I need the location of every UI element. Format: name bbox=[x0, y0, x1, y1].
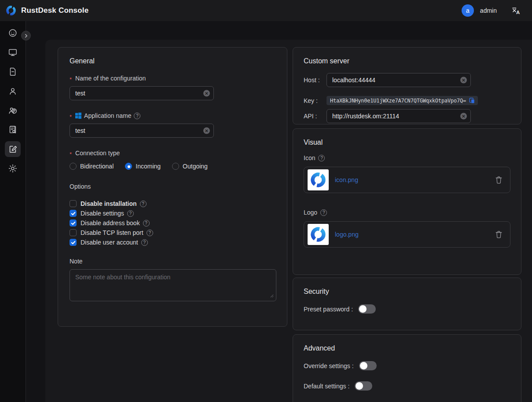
help-icon[interactable]: ? bbox=[134, 113, 140, 119]
translate-icon[interactable]: A bbox=[511, 5, 521, 16]
advanced-title: Advanced bbox=[304, 344, 510, 352]
chevron-right-icon bbox=[24, 33, 29, 38]
app-title: RustDesk Console bbox=[21, 6, 88, 15]
sidebar-expand-button[interactable] bbox=[21, 31, 31, 40]
api-field: ✕ bbox=[327, 109, 471, 123]
checkbox-disable-installation[interactable]: Disable installation ? bbox=[70, 199, 275, 208]
host-label: Host : bbox=[304, 77, 327, 84]
config-name-input[interactable] bbox=[70, 86, 214, 100]
radio-incoming[interactable]: Incoming bbox=[125, 163, 161, 170]
edit-icon bbox=[8, 144, 18, 154]
app-name-field: ✕ bbox=[70, 124, 214, 138]
content-panel: General * Name of the configuration ✕ * … bbox=[45, 40, 532, 402]
note-textarea[interactable] bbox=[70, 269, 276, 301]
logo-label: Logo ? bbox=[304, 209, 510, 216]
resize-handle-icon[interactable] bbox=[270, 292, 274, 300]
windows-icon bbox=[75, 113, 81, 119]
config-name-label: * Name of the configuration bbox=[70, 75, 275, 82]
security-card: Security Preset password : bbox=[293, 278, 521, 330]
rustdesk-logo-icon bbox=[5, 5, 17, 16]
user-avatar[interactable]: a bbox=[462, 4, 474, 17]
checkbox-box bbox=[70, 219, 77, 227]
delete-icon[interactable] bbox=[495, 176, 503, 184]
visual-card: Visual Icon ? icon.png Logo ? bbox=[293, 128, 521, 275]
override-settings-toggle[interactable] bbox=[359, 361, 377, 370]
logo-file-row: logo.png bbox=[304, 221, 510, 248]
host-field: ✕ bbox=[327, 73, 471, 87]
sidebar bbox=[0, 21, 26, 402]
options-label: Options bbox=[70, 183, 275, 190]
sidebar-item-settings[interactable] bbox=[5, 161, 21, 176]
advanced-card: Advanced Override settings : Default set… bbox=[293, 334, 521, 402]
required-asterisk: * bbox=[70, 151, 72, 157]
preset-password-label: Preset password : bbox=[304, 306, 353, 313]
checkbox-box bbox=[70, 229, 77, 236]
copy-icon[interactable] bbox=[469, 97, 475, 104]
required-asterisk: * bbox=[70, 113, 72, 120]
svg-text:A: A bbox=[516, 10, 520, 15]
icon-file-link[interactable]: icon.png bbox=[335, 176, 358, 183]
sidebar-item-devices[interactable] bbox=[5, 44, 21, 60]
general-card: General * Name of the configuration ✕ * … bbox=[58, 47, 287, 327]
security-title: Security bbox=[304, 288, 510, 296]
help-icon[interactable]: ? bbox=[143, 220, 150, 227]
sidebar-item-logs[interactable] bbox=[5, 64, 21, 80]
default-settings-toggle[interactable] bbox=[355, 381, 372, 391]
help-icon[interactable]: ? bbox=[147, 230, 153, 236]
sidebar-item-dashboard[interactable] bbox=[5, 25, 21, 41]
help-icon[interactable]: ? bbox=[127, 210, 134, 217]
clear-icon[interactable]: ✕ bbox=[203, 128, 210, 134]
clear-icon[interactable]: ✕ bbox=[203, 90, 210, 97]
username[interactable]: admin bbox=[480, 7, 497, 14]
checkbox-disable-user-account[interactable]: Disable user account ? bbox=[70, 238, 275, 247]
radio-bidirectional[interactable]: Bidirectional bbox=[70, 163, 114, 170]
api-input[interactable] bbox=[327, 109, 471, 123]
monitor-icon bbox=[8, 48, 18, 57]
radio-outgoing[interactable]: Outgoing bbox=[172, 163, 208, 170]
radio-dot bbox=[172, 163, 179, 170]
connection-type-group: Bidirectional Incoming Outgoing bbox=[70, 163, 275, 170]
host-input[interactable] bbox=[327, 73, 471, 87]
app-name-input[interactable] bbox=[70, 124, 214, 138]
note-field bbox=[70, 269, 275, 303]
top-bar: RustDesk Console a admin A bbox=[0, 0, 532, 21]
document-icon bbox=[8, 67, 18, 77]
custom-server-title: Custom server bbox=[304, 57, 510, 65]
override-settings-label: Override settings : bbox=[304, 362, 354, 369]
key-value-chip: HtaXBkJNHyn0e1U1jWXze7A7CN7QTGWqxkOtpaVp… bbox=[327, 96, 478, 105]
group-icon bbox=[8, 106, 18, 115]
sidebar-item-configurations[interactable] bbox=[5, 141, 21, 157]
checkbox-box bbox=[70, 200, 77, 207]
radio-dot bbox=[70, 163, 77, 170]
help-icon[interactable]: ? bbox=[140, 201, 147, 207]
clear-icon[interactable]: ✕ bbox=[460, 113, 467, 120]
help-icon[interactable]: ? bbox=[320, 209, 327, 216]
key-label: Key : bbox=[304, 91, 327, 104]
required-asterisk: * bbox=[70, 76, 72, 83]
preset-password-toggle[interactable] bbox=[358, 304, 376, 314]
help-icon[interactable]: ? bbox=[318, 155, 325, 161]
options-group: Disable installation ? Disable settings … bbox=[70, 199, 275, 247]
checkbox-box bbox=[70, 239, 77, 246]
icon-label: Icon ? bbox=[304, 154, 510, 161]
checkbox-disable-tcp-listen-port[interactable]: Disable TCP listen port ? bbox=[70, 228, 275, 238]
sidebar-item-users[interactable] bbox=[5, 83, 21, 99]
config-name-field: ✕ bbox=[70, 86, 214, 100]
user-icon bbox=[8, 86, 18, 96]
app-name-label: * Application name ? bbox=[70, 112, 275, 119]
general-title: General bbox=[70, 57, 275, 65]
help-icon[interactable]: ? bbox=[141, 239, 148, 246]
clear-icon[interactable]: ✕ bbox=[460, 77, 467, 84]
delete-icon[interactable] bbox=[495, 230, 503, 238]
visual-title: Visual bbox=[304, 139, 510, 146]
audit-log-icon bbox=[8, 125, 18, 135]
sidebar-item-audit[interactable] bbox=[5, 122, 21, 138]
logo-file-link[interactable]: logo.png bbox=[335, 231, 359, 238]
logo-thumbnail bbox=[308, 224, 329, 245]
checkbox-disable-address-book[interactable]: Disable address book ? bbox=[70, 218, 275, 228]
connection-type-label: * Connection type bbox=[70, 150, 275, 157]
brand: RustDesk Console bbox=[5, 5, 88, 16]
custom-server-card: Custom server Host : ✕ Key : HtaXBkJNHyn… bbox=[293, 47, 521, 124]
sidebar-item-groups[interactable] bbox=[5, 102, 21, 118]
checkbox-disable-settings[interactable]: Disable settings ? bbox=[70, 208, 275, 218]
